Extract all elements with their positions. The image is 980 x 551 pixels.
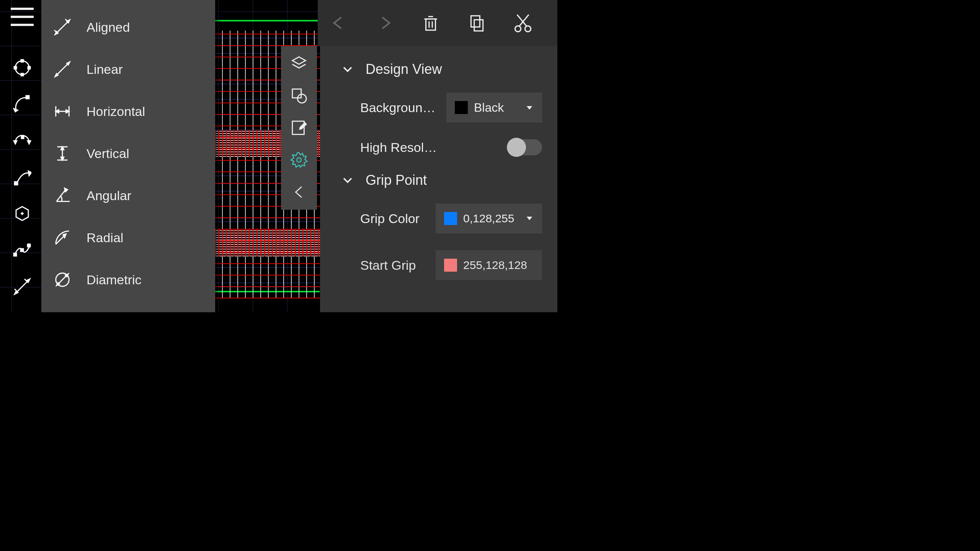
cut-button[interactable] — [513, 12, 533, 34]
svg-rect-5 — [26, 96, 29, 99]
svg-line-59 — [519, 15, 529, 26]
svg-point-57 — [515, 26, 521, 32]
svg-rect-3 — [14, 67, 16, 69]
svg-rect-7 — [21, 136, 24, 139]
background-select[interactable]: Black — [446, 93, 542, 122]
copy-button[interactable] — [467, 12, 486, 34]
svg-point-71 — [297, 158, 301, 162]
dimension-angular[interactable]: Angular — [53, 178, 204, 213]
dimension-item-label: Horizontal — [87, 104, 145, 119]
dimension-item-label: Linear — [87, 62, 123, 77]
start-grip-value: 255,128,128 — [463, 259, 527, 272]
svg-marker-11 — [28, 171, 31, 176]
svg-rect-4 — [28, 67, 30, 69]
highres-label: High Resol… — [360, 140, 437, 155]
settings-panel: Design View Backgroun… Black High Resol…… — [320, 46, 557, 312]
svg-marker-8 — [14, 141, 17, 144]
svg-rect-55 — [471, 16, 480, 27]
linear-icon — [53, 60, 72, 79]
polyline-tool-icon[interactable] — [11, 166, 34, 188]
highres-toggle[interactable] — [508, 139, 542, 155]
grip-color-select[interactable]: 0,128,255 — [436, 204, 542, 233]
design-view-header[interactable]: Design View — [341, 61, 542, 77]
svg-line-23 — [57, 21, 69, 33]
svg-rect-15 — [14, 253, 16, 256]
hexagon-tool-icon[interactable] — [11, 203, 34, 225]
start-grip-select[interactable]: 255,128,128 — [436, 250, 542, 280]
svg-rect-2 — [21, 73, 23, 76]
dimension-vertical[interactable]: Vertical — [53, 136, 204, 171]
diametric-icon — [53, 270, 72, 289]
dropdown-caret-icon — [525, 101, 534, 115]
dimension-item-label: Angular — [87, 188, 131, 203]
svg-rect-56 — [474, 20, 483, 31]
dimension-linear[interactable]: Linear — [53, 52, 204, 87]
svg-marker-29 — [55, 74, 58, 77]
dimension-horizontal[interactable]: Horizontal — [53, 94, 204, 129]
grip-color-value: 0,128,255 — [463, 212, 514, 225]
dimension-item-label: Diametric — [87, 272, 142, 287]
angular-icon — [53, 186, 72, 205]
grip-point-header[interactable]: Grip Point — [341, 172, 542, 188]
svg-marker-30 — [67, 62, 70, 65]
aligned-icon — [53, 18, 72, 37]
dimension-item-label: Vertical — [87, 146, 129, 161]
shapes-icon[interactable] — [290, 86, 308, 105]
svg-line-44 — [56, 235, 65, 244]
dimension-menu: Aligned Linear Horizontal Vertical Angul… — [41, 0, 215, 312]
svg-rect-17 — [28, 244, 30, 247]
dimension-item-label: Radial — [87, 230, 123, 245]
collapse-icon[interactable] — [290, 183, 308, 201]
svg-rect-16 — [21, 249, 23, 251]
svg-rect-50 — [426, 19, 436, 30]
rotate-tool-icon[interactable] — [11, 130, 34, 152]
dimension-aligned[interactable]: Aligned — [53, 10, 204, 45]
dimension-item-label: Aligned — [87, 20, 130, 35]
dropdown-caret-icon — [525, 212, 534, 225]
menu-icon[interactable] — [11, 8, 34, 26]
svg-rect-68 — [292, 89, 301, 98]
dimension-diametric[interactable]: Diametric — [53, 262, 204, 297]
start-grip-swatch — [444, 259, 457, 272]
start-grip-label: Start Grip — [360, 258, 416, 273]
section-title: Design View — [366, 61, 442, 77]
dimension-tool-icon[interactable] — [11, 276, 34, 298]
arc-tool-icon[interactable] — [11, 93, 34, 115]
svg-marker-43 — [65, 188, 68, 192]
delete-button[interactable] — [421, 12, 440, 34]
vertical-icon — [53, 144, 72, 163]
svg-line-28 — [57, 64, 69, 75]
spline-tool-icon[interactable] — [11, 239, 34, 261]
top-toolbar — [318, 0, 557, 46]
svg-point-69 — [297, 94, 306, 103]
svg-marker-6 — [14, 109, 18, 112]
svg-point-58 — [525, 26, 531, 32]
svg-marker-72 — [527, 106, 532, 109]
svg-marker-67 — [292, 57, 306, 64]
svg-rect-1 — [21, 60, 23, 62]
section-title: Grip Point — [366, 172, 427, 188]
svg-point-0 — [15, 61, 29, 75]
edit-icon[interactable] — [290, 119, 308, 137]
chevron-down-icon — [341, 63, 354, 76]
layers-icon[interactable] — [290, 54, 308, 73]
left-tool-strip — [0, 0, 44, 312]
svg-line-60 — [517, 15, 527, 26]
circle-tool-icon[interactable] — [11, 57, 34, 78]
horizontal-icon — [53, 102, 72, 121]
background-swatch — [455, 101, 468, 114]
background-value: Black — [474, 101, 504, 115]
view-toolbar — [281, 46, 317, 210]
dimension-radial[interactable]: Radial — [53, 220, 204, 255]
undo-button[interactable] — [329, 12, 348, 34]
settings-icon[interactable] — [290, 151, 308, 169]
svg-line-18 — [16, 280, 28, 293]
radial-icon — [53, 228, 72, 247]
grip-color-swatch — [444, 212, 457, 225]
grip-color-label: Grip Color — [360, 211, 420, 226]
chevron-down-icon — [341, 174, 354, 187]
background-label: Backgroun… — [360, 100, 436, 115]
svg-marker-9 — [28, 141, 31, 144]
redo-button[interactable] — [375, 12, 394, 34]
svg-marker-73 — [527, 217, 532, 220]
